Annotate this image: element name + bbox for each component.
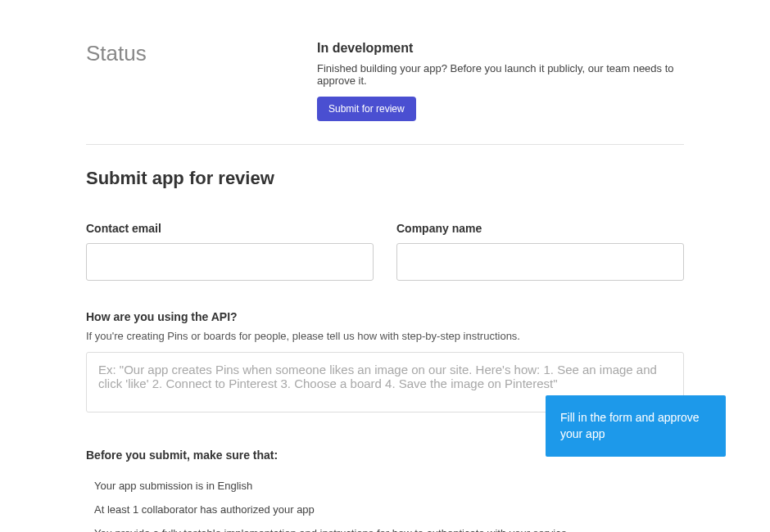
status-label: Status xyxy=(86,41,317,66)
checklist-item: Your app submission is in English xyxy=(94,480,684,492)
tooltip-text: Fill in the form and approve your app xyxy=(560,411,700,440)
form-heading: Submit app for review xyxy=(86,168,684,189)
status-section: Status In development Finished building … xyxy=(86,41,684,121)
api-usage-label: How are you using the API? xyxy=(86,310,684,323)
company-name-input[interactable] xyxy=(396,243,684,281)
company-name-label: Company name xyxy=(396,222,684,235)
checklist-item: You provide a fully testable implementat… xyxy=(94,527,684,532)
contact-email-input[interactable] xyxy=(86,243,374,281)
api-usage-description: If you're creating Pins or boards for pe… xyxy=(86,330,684,342)
status-title: In development xyxy=(317,41,684,56)
section-divider xyxy=(86,144,684,145)
checklist-item: At least 1 collaborator has authorized y… xyxy=(94,503,684,516)
checklist: Your app submission is in English At lea… xyxy=(86,480,684,532)
submit-for-review-button[interactable]: Submit for review xyxy=(317,97,416,121)
instruction-tooltip: Fill in the form and approve your app xyxy=(546,395,726,457)
contact-email-label: Contact email xyxy=(86,222,374,235)
status-description: Finished building your app? Before you l… xyxy=(317,62,684,87)
